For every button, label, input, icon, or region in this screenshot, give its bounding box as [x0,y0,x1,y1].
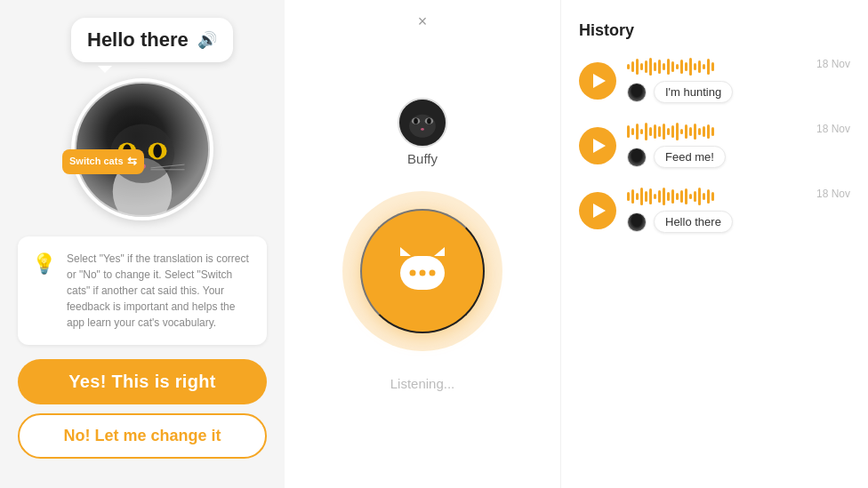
wave-bar [654,194,656,199]
history-content-0: I'm hunting [627,58,806,103]
history-item: Feed me! 18 Nov [579,123,850,168]
close-button[interactable]: × [418,12,428,31]
play-button-1[interactable] [579,127,616,164]
wave-bar [671,61,674,72]
history-item: I'm hunting 18 Nov [579,58,850,103]
history-title: History [579,21,850,40]
wave-bar [663,63,665,70]
wave-bar [667,128,670,135]
right-panel: History [560,0,868,488]
speech-bubble: Hello there 🔊 [71,18,233,62]
play-button-2[interactable] [579,192,616,229]
wave-bar [676,123,679,140]
cat-avatar-container: Switch cats ⇆ [71,78,213,220]
wave-bar [663,124,665,140]
wave-bar [627,125,630,138]
wave-bar [640,63,643,70]
play-icon [593,74,606,88]
hint-box: 💡 Select "Yes" if the translation is cor… [18,236,267,345]
no-button[interactable]: No! Let me change it [18,413,267,459]
waveform-0 [627,58,806,76]
history-label-row-0: I'm hunting [627,81,806,103]
mic-button[interactable] [360,209,485,333]
waveform-1 [627,123,806,140]
wave-bar [645,60,647,73]
wave-bar [658,190,661,203]
wave-bar [649,188,652,204]
wave-bar [694,63,696,70]
sound-icon[interactable]: 🔊 [197,30,217,50]
wave-bar [694,124,696,140]
history-label-row-1: Feed me! [627,146,806,168]
wave-bar [667,192,670,201]
wave-bar [689,127,692,136]
wave-bar [649,127,652,136]
wave-bar [663,188,665,205]
wave-bar [689,194,692,199]
middle-panel: × Buffy Listening.. [285,0,560,488]
wave-bar [698,188,701,205]
svg-point-23 [430,269,436,276]
wave-bar [707,124,710,139]
wave-bar [711,192,714,201]
wave-bar [680,190,683,203]
svg-point-14 [409,114,436,137]
wave-bar [703,193,705,200]
history-date-2: 18 Nov [816,188,850,200]
mic-cat-icon [391,240,454,302]
switch-arrows-icon: ⇆ [127,155,137,169]
svg-point-19 [421,128,424,131]
play-icon [593,139,606,153]
wave-bar [631,61,634,72]
yes-button[interactable]: Yes! This is right [18,359,267,404]
buffy-avatar-image [399,98,446,148]
wave-bar [636,193,639,200]
wave-bar [645,123,647,140]
buffy-name: Buffy [407,151,438,166]
wave-bar [645,191,647,202]
wave-bar [631,128,634,135]
listening-text: Listening... [390,376,455,391]
wave-bar [685,62,687,71]
svg-point-17 [414,117,418,124]
wave-bar [703,64,705,69]
wave-bar [654,124,656,139]
wave-bar [627,192,630,201]
switch-cats-button[interactable]: Switch cats ⇆ [62,149,144,174]
wave-bar [685,124,687,139]
history-content-1: Feed me! [627,123,806,168]
wave-bar [676,64,679,69]
wave-bar [631,189,634,204]
mic-button-outer [342,191,502,351]
hint-text: Select "Yes" if the translation is corre… [67,251,253,331]
play-button-0[interactable] [579,62,616,100]
play-icon [593,204,606,218]
wave-bar [640,188,643,205]
wave-bar [658,60,661,74]
switch-cats-label: Switch cats [69,156,124,167]
wave-bar [627,64,630,69]
wave-bar [680,129,683,134]
wave-bar [654,62,656,71]
wave-bar [636,59,639,75]
history-label-2: Hello there [654,211,733,233]
history-item: Hello there 18 Nov [579,188,850,233]
history-cat-avatar-0 [627,83,647,102]
wave-bar [711,62,714,71]
wave-bar [685,188,687,204]
history-date-0: 18 Nov [816,58,850,70]
wave-bar [707,59,710,75]
history-cat-avatar-1 [627,148,647,167]
svg-point-21 [410,269,416,276]
history-label-row-2: Hello there [627,211,806,233]
wave-bar [671,125,674,138]
wave-bar [667,59,670,75]
wave-bar [694,191,696,202]
wave-bar [698,128,701,135]
waveform-2 [627,188,806,205]
wave-bar [711,127,714,136]
wave-bar [676,193,679,200]
translation-text: Hello there [87,28,189,52]
wave-bar [636,124,639,140]
history-label-1: Feed me! [654,146,726,168]
